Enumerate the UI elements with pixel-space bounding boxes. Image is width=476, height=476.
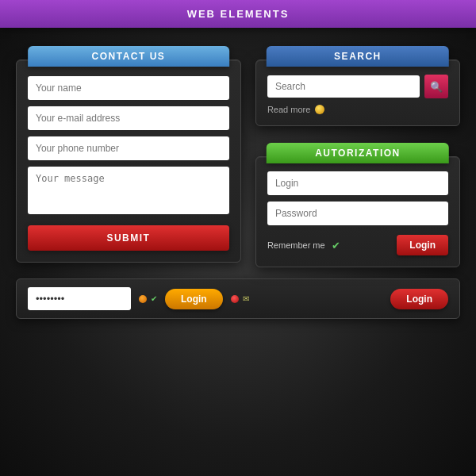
dot-red-icon — [231, 295, 239, 303]
banner-title: WEB ELEMENTS — [187, 8, 290, 20]
dot-orange-icon — [139, 295, 147, 303]
read-more-label: Read more — [267, 105, 310, 114]
search-icon: 🔍 — [430, 81, 443, 93]
password-input[interactable] — [267, 202, 448, 225]
bottom-icons-2: ✉ — [231, 294, 249, 303]
login-red-button[interactable]: Login — [390, 289, 448, 309]
auth-widget: AUTORIZATION Remember me ✔ Login — [255, 156, 460, 267]
email-input[interactable] — [28, 106, 229, 130]
phone-input[interactable] — [28, 136, 229, 160]
bottom-icons: ✔ — [139, 294, 157, 303]
bottom-password-input[interactable] — [28, 287, 131, 310]
search-widget: SEARCH 🔍 Read more — [255, 60, 460, 126]
x-icon: ✉ — [243, 294, 249, 303]
auth-header: AUTORIZATION — [267, 143, 449, 163]
search-input[interactable] — [267, 75, 420, 98]
check-icon: ✔ — [332, 240, 340, 251]
contact-widget: CONTACT US SUBMIT — [16, 60, 241, 263]
submit-button[interactable]: SUBMIT — [28, 225, 229, 251]
auth-login-button[interactable]: Login — [397, 235, 448, 255]
login-orange-button[interactable]: Login — [165, 289, 223, 309]
check-small-icon: ✔ — [151, 294, 157, 303]
yellow-dot-icon — [315, 105, 324, 114]
search-button[interactable]: 🔍 — [424, 75, 448, 98]
bottom-bar: ✔ Login ✉ Login — [16, 278, 460, 319]
name-input[interactable] — [28, 76, 229, 100]
message-input[interactable] — [28, 167, 229, 214]
login-input[interactable] — [267, 171, 448, 195]
top-banner: WEB ELEMENTS — [0, 0, 476, 28]
remember-label: Remember me — [267, 240, 325, 250]
search-header: SEARCH — [267, 46, 449, 67]
contact-header: CONTACT US — [28, 46, 229, 67]
